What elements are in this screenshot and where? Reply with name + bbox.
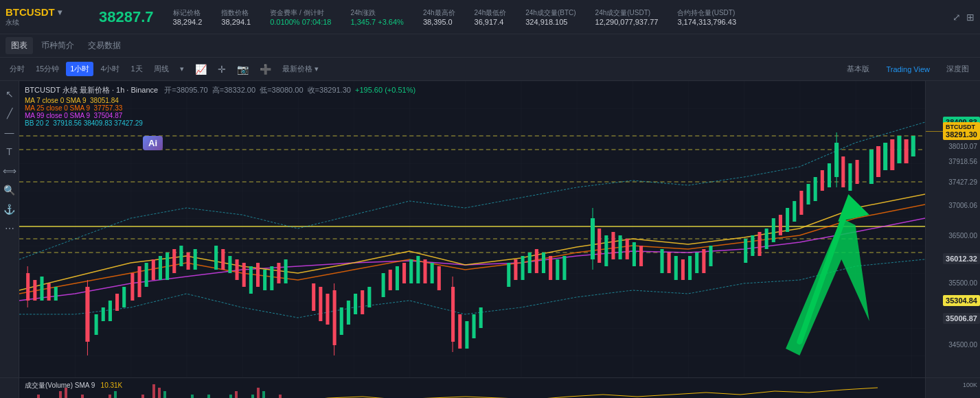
svg-rect-112 — [876, 146, 880, 177]
top-bar: BTCUSDT ▾ 永续 38287.7 标记价格 38,294.2 指数价格 … — [0, 0, 980, 34]
magnet-tool[interactable]: ⚓ — [1, 202, 17, 217]
svg-rect-34 — [236, 259, 239, 280]
price-block: 38287.7 — [99, 8, 154, 26]
svg-rect-128 — [65, 388, 67, 398]
toolbar-right: 基本版 Trading View 深度图 — [841, 62, 975, 76]
svg-rect-95 — [757, 232, 761, 256]
svg-rect-70 — [528, 253, 532, 273]
time-15m[interactable]: 15分钟 — [32, 62, 63, 76]
symbol-name[interactable]: BTCUSDT ▾ — [5, 6, 88, 18]
svg-rect-94 — [751, 235, 754, 256]
stat-24h-change: 24h涨跌 1,345.7 +3.64% — [351, 8, 404, 26]
time-1d[interactable]: 1天 — [127, 62, 147, 76]
svg-rect-80 — [611, 232, 615, 259]
svg-rect-69 — [521, 256, 525, 280]
symbol-arrow: ▾ — [58, 8, 62, 17]
svg-rect-127 — [59, 391, 62, 398]
stat-mark-price: 标记价格 38,294.2 — [173, 8, 203, 26]
svg-rect-59 — [431, 263, 434, 283]
svg-rect-65 — [472, 314, 476, 338]
chart-title: BTCUSDT 永续 最新价格 · 1h · Binance 开=38095.7… — [25, 85, 415, 95]
grid-icon[interactable]: ⊞ — [966, 12, 975, 23]
svg-rect-74 — [556, 259, 559, 280]
stat-label-6: 24h成交量(BTC) — [525, 8, 576, 18]
svg-rect-23 — [145, 263, 148, 287]
ai-badge: Ai — [143, 136, 163, 150]
horizontal-line-tool[interactable]: — — [3, 125, 16, 140]
symbol-block: BTCUSDT ▾ 永续 — [5, 6, 88, 27]
svg-rect-39 — [270, 266, 273, 290]
add-indicator-icon[interactable]: ➕ — [255, 62, 275, 77]
svg-rect-53 — [389, 270, 392, 290]
svg-rect-115 — [897, 136, 901, 163]
stat-value-6: 324,918.105 — [525, 18, 576, 26]
time-4h[interactable]: 4小时 — [96, 62, 124, 76]
vol-100k: 100K — [963, 382, 977, 388]
ma99-label: MA 99 close 0 SMA 9 37504.87 — [25, 112, 415, 119]
volume-bars — [26, 384, 878, 398]
stat-funding-rate: 资金费率 / 倒计时 0.0100% 07:04:18 — [270, 8, 331, 26]
camera-icon[interactable]: 📷 — [233, 62, 253, 77]
nav-trade-data[interactable]: 交易数据 — [82, 37, 126, 54]
stat-value-2: 0.0100% 07:04:18 — [270, 18, 331, 26]
stat-label-8: 合约持仓量(USDT) — [677, 8, 736, 18]
mode-basic[interactable]: 基本版 — [841, 62, 875, 76]
symbol-text: BTCUSDT — [5, 6, 55, 18]
mode-tradingview[interactable]: Trading View — [880, 63, 935, 75]
stat-24h-high: 24h最高价 38,395.0 — [423, 8, 455, 26]
left-toolbar: ↖ ╱ — T ⟺ 🔍 ⚓ ⋯ — [0, 81, 19, 377]
svg-rect-159 — [235, 391, 238, 398]
svg-rect-57 — [416, 256, 420, 283]
svg-rect-64 — [465, 321, 468, 349]
stat-value-1: 38,294.1 — [221, 18, 251, 26]
crosshair-icon[interactable]: ✛ — [214, 62, 230, 77]
time-tick[interactable]: 分时 — [5, 62, 29, 76]
zoom-tool[interactable]: 🔍 — [1, 183, 17, 198]
measure-tool[interactable]: ⟺ — [1, 163, 19, 178]
more-tools[interactable]: ⋯ — [3, 221, 16, 236]
toolbar: 分时 15分钟 1小时 4小时 1天 周线 ▾ 📈 ✛ 📷 ➕ 最新价格 ▾ 基… — [0, 58, 980, 81]
text-tool[interactable]: T — [4, 144, 14, 159]
svg-rect-91 — [702, 249, 705, 273]
svg-rect-105 — [828, 163, 831, 187]
svg-rect-33 — [228, 256, 231, 273]
chart-container: ↖ ╱ — T ⟺ 🔍 ⚓ ⋯ BTCUSDT 永续 最新价格 · 1h · B… — [0, 81, 980, 377]
chart-canvas-area[interactable]: BTCUSDT 永续 最新价格 · 1h · Binance 开=38095.7… — [19, 81, 925, 377]
svg-rect-87 — [674, 256, 678, 280]
trend-line-tool[interactable]: ╱ — [5, 106, 14, 121]
svg-rect-37 — [256, 263, 260, 287]
nav-coin-intro[interactable]: 币种简介 — [36, 37, 80, 54]
nav-bar: 图表 币种简介 交易数据 — [0, 34, 980, 58]
cursor-tool[interactable]: ↖ — [3, 86, 16, 102]
svg-rect-92 — [709, 246, 712, 266]
expand-icon[interactable]: ⤢ — [953, 12, 961, 23]
svg-rect-84 — [639, 246, 643, 266]
svg-rect-16 — [95, 314, 98, 335]
svg-rect-35 — [242, 263, 246, 287]
stat-label-3: 24h涨跌 — [351, 8, 404, 18]
nav-chart[interactable]: 图表 — [5, 37, 33, 54]
svg-rect-71 — [535, 249, 538, 273]
latest-price-btn[interactable]: 最新价格 ▾ — [278, 62, 323, 76]
svg-rect-117 — [911, 136, 915, 156]
svg-rect-36 — [249, 266, 253, 294]
svg-rect-28 — [179, 246, 183, 266]
time-1h[interactable]: 1小时 — [66, 62, 93, 76]
svg-rect-27 — [172, 249, 176, 273]
svg-rect-43 — [319, 287, 322, 321]
svg-rect-103 — [814, 177, 817, 201]
stat-value-7: 12,290,077,937.77 — [595, 18, 659, 26]
svg-rect-163 — [257, 388, 260, 398]
mode-depth[interactable]: 深度图 — [941, 62, 975, 76]
time-week[interactable]: 周线 — [150, 62, 173, 76]
line-chart-icon[interactable]: 📈 — [191, 62, 211, 77]
time-more[interactable]: ▾ — [176, 62, 188, 75]
svg-rect-89 — [688, 256, 692, 280]
svg-rect-11 — [40, 277, 43, 301]
stat-value-4: 38,395.0 — [423, 18, 455, 26]
svg-rect-75 — [562, 256, 566, 280]
svg-rect-26 — [166, 253, 169, 280]
ma7-label: MA 7 close 0 SMA 9 38051.84 — [25, 97, 415, 104]
svg-rect-96 — [765, 229, 768, 249]
svg-rect-17 — [102, 307, 105, 321]
